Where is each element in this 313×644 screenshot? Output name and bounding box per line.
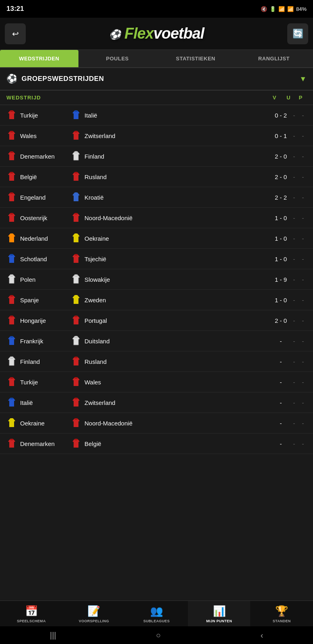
- svg-marker-6: [72, 132, 80, 140]
- team-home: Hongarije: [6, 315, 71, 326]
- home-team-name: Hongarije: [20, 317, 46, 324]
- away-shirt-icon: [71, 438, 81, 449]
- match-row[interactable]: Schotland Tsjechië 1 - 0 - -: [0, 249, 313, 269]
- p-value: -: [299, 215, 307, 221]
- nav-voorspelling-label: VOORSPELLING: [79, 619, 109, 623]
- score-section: - - -: [266, 379, 307, 386]
- nav-standen[interactable]: 🏆 STANDEN: [250, 601, 313, 626]
- team-home: Denemarken: [6, 151, 71, 161]
- logo-text-flex: Flex: [124, 25, 153, 42]
- p-value: -: [299, 235, 307, 242]
- match-row[interactable]: Denemarken Finland 2 - 0 - -: [0, 146, 313, 167]
- match-score: -: [273, 399, 289, 406]
- svg-marker-50: [72, 357, 80, 365]
- u-value: -: [290, 338, 298, 345]
- match-row[interactable]: Oekraine Noord-Macedonië - - -: [0, 413, 313, 433]
- away-team-name: Slowakije: [84, 276, 110, 283]
- score-section: 1 - 0 - -: [266, 297, 307, 303]
- match-row[interactable]: Spanje Zweden 1 - 0 - -: [0, 290, 313, 310]
- bottom-nav: 📅 SPEELSCHEMA 📝 VOORSPELLING 👥 SUBLEAGUE…: [0, 601, 313, 626]
- away-team-name: Wales: [84, 379, 101, 386]
- match-row[interactable]: Turkije Italië 0 - 2 - -: [0, 105, 313, 126]
- svg-marker-40: [8, 316, 15, 324]
- away-team-name: Duitsland: [84, 338, 110, 345]
- match-row[interactable]: Hongarije Portugal 2 - 0 - -: [0, 310, 313, 331]
- p-value: -: [299, 276, 307, 283]
- back-button[interactable]: ↩: [5, 23, 26, 44]
- tab-wedstrijden[interactable]: WEDSTRIJDEN: [0, 50, 78, 67]
- match-score: 0 - 1: [273, 132, 289, 139]
- tab-poules[interactable]: POULES: [78, 50, 157, 67]
- u-value: -: [290, 235, 298, 242]
- u-value: -: [290, 256, 298, 262]
- android-home-icon[interactable]: ○: [156, 631, 161, 640]
- nav-subleagues[interactable]: 👥 SUBLEAGUES: [125, 601, 188, 626]
- match-row[interactable]: Wales Zwitserland 0 - 1 - -: [0, 126, 313, 146]
- svg-marker-14: [72, 173, 80, 181]
- match-teams: Italië Zwitserland: [6, 397, 266, 408]
- match-row[interactable]: Polen Slowakije 1 - 9 - -: [0, 269, 313, 290]
- u-value: -: [290, 317, 298, 324]
- battery-pct: 84%: [296, 6, 307, 12]
- match-row[interactable]: Italië Zwitserland - - -: [0, 392, 313, 413]
- home-shirt-icon: [6, 356, 17, 367]
- match-row[interactable]: Frankrijk Duitsland - - -: [0, 331, 313, 351]
- table-header: WEDSTRIJD V U P: [0, 91, 313, 105]
- team-home: Engeland: [6, 192, 71, 202]
- match-row[interactable]: België Rusland 2 - 0 - -: [0, 167, 313, 187]
- nav-speelschema[interactable]: 📅 SPEELSCHEMA: [0, 601, 63, 626]
- score-section: 1 - 9 - -: [266, 276, 307, 283]
- u-value: -: [290, 420, 298, 427]
- nav-voorspelling[interactable]: 📝 VOORSPELLING: [63, 601, 126, 626]
- svg-marker-12: [8, 173, 15, 181]
- match-row[interactable]: Oostenrijk Noord-Macedonië 1 - 0 - -: [0, 208, 313, 228]
- signal-icon: 📶: [287, 6, 294, 12]
- away-shirt-icon: [71, 192, 81, 202]
- away-shirt-icon: [71, 233, 81, 244]
- svg-marker-64: [8, 440, 15, 448]
- calendar-icon: 📅: [25, 605, 38, 617]
- score-section: 2 - 2 - -: [266, 194, 307, 201]
- score-section: 1 - 0 - -: [266, 235, 307, 242]
- match-score: -: [273, 338, 289, 345]
- match-teams: Denemarken België: [6, 438, 266, 449]
- match-score: 2 - 2: [273, 194, 289, 201]
- match-row[interactable]: Engeland Kroatië 2 - 2 - -: [0, 187, 313, 208]
- match-row[interactable]: Turkije Wales - - -: [0, 372, 313, 392]
- match-row[interactable]: Denemarken België - - -: [0, 433, 313, 454]
- col-v-label: V: [266, 95, 282, 101]
- team-away: Noord-Macedonië: [71, 418, 266, 428]
- logo-soccer-icon: ⚽: [109, 29, 121, 40]
- refresh-button[interactable]: 🔄: [287, 23, 308, 44]
- p-value: -: [299, 399, 307, 406]
- match-row[interactable]: Nederland Oekraine 1 - 0 - -: [0, 228, 313, 249]
- score-section: 2 - 0 - -: [266, 317, 307, 324]
- match-teams: Engeland Kroatië: [6, 192, 266, 202]
- chart-icon: 📊: [213, 605, 226, 617]
- team-home: Polen: [6, 274, 71, 285]
- android-recents-icon[interactable]: ‹: [260, 631, 263, 640]
- match-score: 2 - 0: [273, 153, 289, 160]
- svg-marker-34: [72, 275, 80, 283]
- team-away: Zweden: [71, 295, 266, 305]
- home-team-name: Turkije: [20, 112, 38, 119]
- tab-ranglijst[interactable]: RANGLIJST: [235, 50, 313, 67]
- home-shirt-icon: [6, 377, 17, 387]
- away-shirt-icon: [71, 397, 81, 408]
- p-value: -: [299, 379, 307, 386]
- match-row[interactable]: Finland Rusland - - -: [0, 351, 313, 372]
- wifi-icon: 📶: [278, 6, 285, 12]
- away-team-name: Noord-Macedonië: [84, 215, 132, 221]
- home-team-name: Italië: [20, 399, 33, 406]
- nav-mijnpunten[interactable]: 📊 MIJN PUNTEN: [188, 601, 251, 626]
- away-team-name: Zweden: [84, 297, 106, 303]
- svg-marker-42: [72, 316, 80, 324]
- p-value: -: [299, 256, 307, 262]
- p-value: -: [299, 112, 307, 119]
- tab-statistieken[interactable]: STATISTIEKEN: [156, 50, 235, 67]
- section-header[interactable]: ⚽ GROEPSWEDSTRIJDEN ▼: [0, 68, 313, 91]
- svg-marker-47: [74, 336, 78, 338]
- pencil-icon: 📝: [87, 605, 100, 617]
- home-team-name: Spanje: [20, 297, 39, 303]
- android-back-icon[interactable]: |||: [50, 631, 56, 640]
